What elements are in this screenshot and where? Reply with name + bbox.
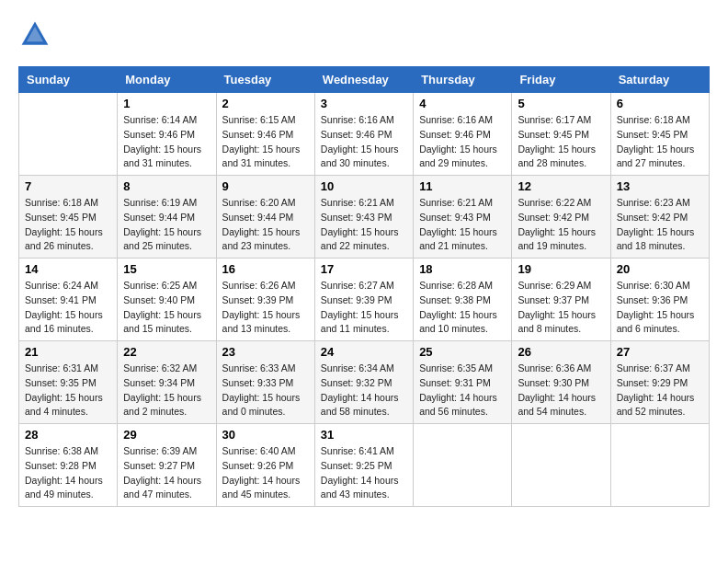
day-cell: 23Sunrise: 6:33 AM Sunset: 9:33 PM Dayli… <box>216 341 314 424</box>
day-info: Sunrise: 6:32 AM Sunset: 9:34 PM Dayligh… <box>123 362 210 419</box>
day-number: 1 <box>123 97 210 110</box>
day-info: Sunrise: 6:28 AM Sunset: 9:38 PM Dayligh… <box>419 279 506 337</box>
day-cell: 28Sunrise: 6:38 AM Sunset: 9:28 PM Dayli… <box>19 424 118 507</box>
day-cell: 31Sunrise: 6:41 AM Sunset: 9:25 PM Dayli… <box>314 424 413 507</box>
day-info: Sunrise: 6:21 AM Sunset: 9:43 PM Dayligh… <box>419 196 506 254</box>
day-info: Sunrise: 6:38 AM Sunset: 9:28 PM Dayligh… <box>25 444 111 502</box>
day-cell: 22Sunrise: 6:32 AM Sunset: 9:34 PM Dayli… <box>118 341 216 424</box>
header-cell-sunday: Sunday <box>19 67 118 93</box>
day-cell: 17Sunrise: 6:27 AM Sunset: 9:39 PM Dayli… <box>314 259 413 341</box>
day-number: 5 <box>518 97 604 110</box>
day-cell: 8Sunrise: 6:19 AM Sunset: 9:44 PM Daylig… <box>118 176 216 259</box>
week-row-4: 21Sunrise: 6:31 AM Sunset: 9:35 PM Dayli… <box>19 341 710 424</box>
day-number: 29 <box>123 428 210 442</box>
day-number: 27 <box>617 345 703 359</box>
week-row-3: 14Sunrise: 6:24 AM Sunset: 9:41 PM Dayli… <box>19 259 710 341</box>
day-info: Sunrise: 6:24 AM Sunset: 9:41 PM Dayligh… <box>25 279 111 337</box>
day-number: 22 <box>123 345 210 359</box>
day-number: 30 <box>222 428 309 442</box>
day-number: 12 <box>518 179 604 193</box>
header-cell-tuesday: Tuesday <box>216 67 314 93</box>
day-cell: 21Sunrise: 6:31 AM Sunset: 9:35 PM Dayli… <box>19 341 118 424</box>
day-number: 11 <box>419 179 506 193</box>
header-cell-monday: Monday <box>118 67 216 93</box>
day-info: Sunrise: 6:35 AM Sunset: 9:31 PM Dayligh… <box>419 362 506 419</box>
day-info: Sunrise: 6:30 AM Sunset: 9:36 PM Dayligh… <box>617 279 703 337</box>
day-info: Sunrise: 6:40 AM Sunset: 9:26 PM Dayligh… <box>222 444 309 502</box>
day-number: 10 <box>321 179 407 193</box>
page-header <box>18 18 710 52</box>
day-cell: 1Sunrise: 6:14 AM Sunset: 9:46 PM Daylig… <box>118 93 216 176</box>
day-cell: 4Sunrise: 6:16 AM Sunset: 9:46 PM Daylig… <box>414 93 512 176</box>
day-info: Sunrise: 6:15 AM Sunset: 9:46 PM Dayligh… <box>222 113 309 171</box>
day-cell: 18Sunrise: 6:28 AM Sunset: 9:38 PM Dayli… <box>414 259 512 341</box>
day-cell: 27Sunrise: 6:37 AM Sunset: 9:29 PM Dayli… <box>610 341 709 424</box>
day-number: 8 <box>123 179 210 193</box>
day-number: 14 <box>25 262 111 276</box>
day-cell: 25Sunrise: 6:35 AM Sunset: 9:31 PM Dayli… <box>414 341 512 424</box>
day-number: 19 <box>518 262 604 276</box>
day-info: Sunrise: 6:33 AM Sunset: 9:33 PM Dayligh… <box>222 362 309 419</box>
day-cell: 30Sunrise: 6:40 AM Sunset: 9:26 PM Dayli… <box>216 424 314 507</box>
day-number: 9 <box>222 179 309 193</box>
day-info: Sunrise: 6:20 AM Sunset: 9:44 PM Dayligh… <box>222 196 309 254</box>
day-number: 24 <box>321 345 407 359</box>
day-number: 4 <box>419 97 506 110</box>
day-number: 7 <box>25 179 111 193</box>
calendar-header: SundayMondayTuesdayWednesdayThursdayFrid… <box>19 67 710 93</box>
day-info: Sunrise: 6:19 AM Sunset: 9:44 PM Dayligh… <box>123 196 210 254</box>
calendar-table: SundayMondayTuesdayWednesdayThursdayFrid… <box>18 66 710 507</box>
day-cell: 24Sunrise: 6:34 AM Sunset: 9:32 PM Dayli… <box>314 341 413 424</box>
day-number: 20 <box>617 262 703 276</box>
day-info: Sunrise: 6:27 AM Sunset: 9:39 PM Dayligh… <box>321 279 407 337</box>
day-number: 17 <box>321 262 407 276</box>
day-cell: 26Sunrise: 6:36 AM Sunset: 9:30 PM Dayli… <box>512 341 610 424</box>
day-info: Sunrise: 6:17 AM Sunset: 9:45 PM Dayligh… <box>518 113 604 171</box>
day-number: 26 <box>518 345 604 359</box>
day-number: 25 <box>419 345 506 359</box>
day-cell: 11Sunrise: 6:21 AM Sunset: 9:43 PM Dayli… <box>414 176 512 259</box>
day-cell: 2Sunrise: 6:15 AM Sunset: 9:46 PM Daylig… <box>216 93 314 176</box>
day-info: Sunrise: 6:36 AM Sunset: 9:30 PM Dayligh… <box>518 362 604 419</box>
day-number: 15 <box>123 262 210 276</box>
day-info: Sunrise: 6:22 AM Sunset: 9:42 PM Dayligh… <box>518 196 604 254</box>
day-cell <box>512 424 610 507</box>
day-info: Sunrise: 6:39 AM Sunset: 9:27 PM Dayligh… <box>123 444 210 502</box>
day-info: Sunrise: 6:29 AM Sunset: 9:37 PM Dayligh… <box>518 279 604 337</box>
day-cell <box>19 93 118 176</box>
header-cell-wednesday: Wednesday <box>314 67 413 93</box>
header-cell-friday: Friday <box>512 67 610 93</box>
day-cell: 13Sunrise: 6:23 AM Sunset: 9:42 PM Dayli… <box>610 176 709 259</box>
week-row-2: 7Sunrise: 6:18 AM Sunset: 9:45 PM Daylig… <box>19 176 710 259</box>
day-info: Sunrise: 6:16 AM Sunset: 9:46 PM Dayligh… <box>419 113 506 171</box>
header-row: SundayMondayTuesdayWednesdayThursdayFrid… <box>19 67 710 93</box>
day-cell: 15Sunrise: 6:25 AM Sunset: 9:40 PM Dayli… <box>118 259 216 341</box>
day-info: Sunrise: 6:41 AM Sunset: 9:25 PM Dayligh… <box>321 444 407 502</box>
logo <box>18 18 57 52</box>
day-cell: 29Sunrise: 6:39 AM Sunset: 9:27 PM Dayli… <box>118 424 216 507</box>
day-info: Sunrise: 6:26 AM Sunset: 9:39 PM Dayligh… <box>222 279 309 337</box>
day-info: Sunrise: 6:25 AM Sunset: 9:40 PM Dayligh… <box>123 279 210 337</box>
day-number: 21 <box>25 345 111 359</box>
day-number: 28 <box>25 428 111 442</box>
day-number: 6 <box>617 97 703 110</box>
day-info: Sunrise: 6:18 AM Sunset: 9:45 PM Dayligh… <box>617 113 703 171</box>
day-cell: 14Sunrise: 6:24 AM Sunset: 9:41 PM Dayli… <box>19 259 118 341</box>
day-info: Sunrise: 6:14 AM Sunset: 9:46 PM Dayligh… <box>123 113 210 171</box>
day-cell: 16Sunrise: 6:26 AM Sunset: 9:39 PM Dayli… <box>216 259 314 341</box>
day-info: Sunrise: 6:31 AM Sunset: 9:35 PM Dayligh… <box>25 362 111 419</box>
header-cell-thursday: Thursday <box>414 67 512 93</box>
day-number: 23 <box>222 345 309 359</box>
day-info: Sunrise: 6:16 AM Sunset: 9:46 PM Dayligh… <box>321 113 407 171</box>
day-cell: 9Sunrise: 6:20 AM Sunset: 9:44 PM Daylig… <box>216 176 314 259</box>
day-cell: 5Sunrise: 6:17 AM Sunset: 9:45 PM Daylig… <box>512 93 610 176</box>
day-cell: 7Sunrise: 6:18 AM Sunset: 9:45 PM Daylig… <box>19 176 118 259</box>
day-cell: 19Sunrise: 6:29 AM Sunset: 9:37 PM Dayli… <box>512 259 610 341</box>
day-number: 31 <box>321 428 407 442</box>
day-info: Sunrise: 6:37 AM Sunset: 9:29 PM Dayligh… <box>617 362 703 419</box>
day-cell: 10Sunrise: 6:21 AM Sunset: 9:43 PM Dayli… <box>314 176 413 259</box>
day-number: 18 <box>419 262 506 276</box>
day-cell: 12Sunrise: 6:22 AM Sunset: 9:42 PM Dayli… <box>512 176 610 259</box>
day-number: 16 <box>222 262 309 276</box>
day-number: 13 <box>617 179 703 193</box>
